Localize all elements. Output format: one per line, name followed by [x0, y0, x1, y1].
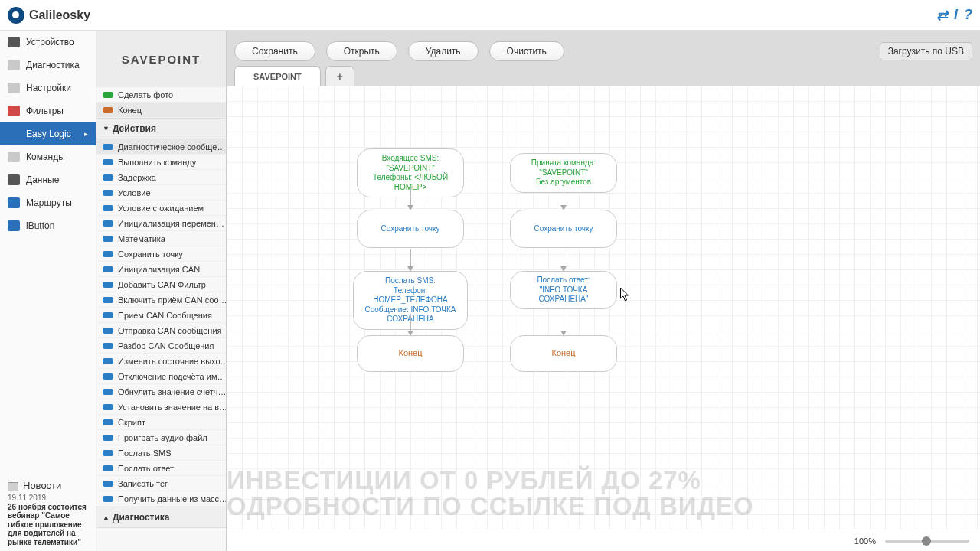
block-icon — [103, 343, 113, 349]
block-label: Условие — [118, 188, 151, 197]
node-right-end[interactable]: Конец — [510, 335, 617, 372]
palette-block[interactable]: Инициализация перемен… — [96, 216, 226, 231]
block-label: Сохранить точку — [118, 249, 183, 259]
tab-savepoint[interactable]: SAVEPOINT — [234, 66, 321, 86]
palette-block[interactable]: Инициализация CAN — [96, 262, 226, 277]
palette-block[interactable]: Математика — [96, 231, 226, 246]
palette-block[interactable]: Включить приём CAN соо… — [96, 292, 226, 308]
sidebar-icon — [8, 197, 20, 208]
palette-block[interactable]: Разбор CAN Сообщения — [96, 338, 226, 354]
block-icon — [103, 92, 113, 98]
palette-block[interactable]: Условие — [96, 185, 226, 201]
node-right-trigger[interactable]: Принята команда: "SAVEPOINT" Без аргумен… — [510, 153, 617, 193]
upload-usb-button[interactable]: Загрузить по USB — [880, 42, 972, 60]
palette-section-diagnostics[interactable]: ▲Диагностика — [96, 507, 226, 528]
palette-block[interactable]: Установить значение на в… — [96, 399, 226, 415]
sidebar-item-label: Устройство — [26, 37, 74, 47]
chevron-right-icon: ▸ — [84, 130, 88, 138]
sidebar-item-1[interactable]: Диагностика — [0, 54, 96, 77]
block-icon — [103, 389, 113, 395]
palette-block[interactable]: Диагностическое сообще… — [96, 139, 226, 155]
sidebar-item-2[interactable]: Настройки — [0, 77, 96, 99]
block-icon — [103, 373, 113, 380]
palette-block[interactable]: Добавить CAN Фильтр — [96, 277, 226, 292]
block-label: Установить значение на в… — [118, 403, 226, 412]
sidebar-item-3[interactable]: Фильтры — [0, 99, 96, 122]
block-icon — [103, 496, 113, 502]
block-palette: SAVEPOINT Сделать фотоКонец▼Действия Диа… — [96, 31, 227, 551]
block-icon — [103, 266, 113, 272]
palette-block[interactable]: Записать тег — [96, 476, 226, 491]
block-label: Послать SMS — [118, 448, 171, 458]
sidebar-item-7[interactable]: Маршруты — [0, 191, 96, 214]
sidebar-icon — [8, 106, 20, 116]
lang-icon[interactable]: ⇄ — [936, 7, 948, 24]
clear-button[interactable]: Очистить — [489, 41, 564, 61]
sidebar-icon — [8, 60, 20, 70]
save-button[interactable]: Сохранить — [234, 41, 315, 61]
zoom-label: 100% — [854, 536, 876, 546]
node-right-send[interactable]: Послать ответ: "INFO.ТОЧКА СОХРАНЕНА" — [510, 271, 617, 309]
flow-canvas[interactable]: Входящее SMS: "SAVEPOINT" Телефоны: <ЛЮБ… — [227, 86, 980, 530]
block-label: Конец — [118, 106, 142, 115]
sidebar-item-8[interactable]: iButton — [0, 214, 96, 237]
toolbar: Сохранить Открыть Удалить Очистить Загру… — [227, 31, 980, 61]
sidebar-item-5[interactable]: Команды — [0, 145, 96, 168]
sidebar-item-0[interactable]: Устройство — [0, 31, 96, 54]
sidebar-item-label: Данные — [26, 174, 59, 185]
palette-block[interactable]: Проиграть аудио файл — [96, 430, 226, 445]
palette-block[interactable]: Обнулить значение счетч… — [96, 384, 226, 399]
help-icon[interactable]: ? — [964, 7, 972, 24]
block-label: Задержка — [118, 173, 156, 182]
tab-add[interactable]: + — [325, 66, 354, 86]
sidebar-icon — [8, 174, 20, 185]
block-icon — [103, 107, 113, 113]
palette-title: SAVEPOINT — [96, 31, 226, 87]
palette-block[interactable]: Отключение подсчёта им… — [96, 369, 226, 384]
palette-block[interactable]: Условие с ожиданием — [96, 201, 226, 216]
palette-section-actions[interactable]: ▼Действия — [96, 118, 226, 139]
palette-block[interactable]: Выполнить команду — [96, 155, 226, 170]
palette-block[interactable]: Скрипт — [96, 415, 226, 430]
arrow — [564, 249, 564, 271]
block-icon — [103, 174, 113, 181]
node-left-save[interactable]: Сохранить точку — [357, 210, 464, 248]
zoom-knob[interactable] — [922, 536, 931, 546]
palette-block[interactable]: Отправка CAN сообщения — [96, 323, 226, 338]
info-icon[interactable]: i — [954, 7, 958, 24]
palette-block[interactable]: Сделать фото — [96, 87, 226, 103]
palette-block[interactable]: Конец — [96, 103, 226, 118]
news-header: Новости — [23, 481, 61, 492]
block-icon — [103, 435, 113, 441]
block-label: Обнулить значение счетч… — [118, 387, 226, 396]
palette-block[interactable]: Сохранить точку — [96, 246, 226, 262]
sidebar-item-label: Команды — [26, 152, 65, 162]
news-title: 26 ноября состоится вебинар "Самое гибко… — [8, 503, 90, 547]
palette-block[interactable]: Послать ответ — [96, 461, 226, 476]
cursor-icon — [620, 288, 630, 302]
palette-block[interactable]: Изменить состояние выхо… — [96, 354, 226, 369]
sidebar-item-label: Фильтры — [26, 106, 64, 116]
sidebar-icon — [8, 220, 20, 231]
node-left-end[interactable]: Конец — [357, 335, 464, 372]
brand-logo: Galileosky — [8, 7, 90, 24]
block-label: Включить приём CAN соо… — [118, 295, 226, 305]
open-button[interactable]: Открыть — [326, 41, 397, 61]
delete-button[interactable]: Удалить — [408, 41, 479, 61]
block-label: Добавить CAN Фильтр — [118, 280, 206, 289]
node-right-save[interactable]: Сохранить точку — [510, 210, 617, 248]
block-icon — [103, 144, 113, 150]
sidebar-item-6[interactable]: Данные — [0, 168, 96, 191]
block-icon — [103, 159, 113, 165]
block-icon — [103, 282, 113, 288]
news-date: 19.11.2019 — [8, 494, 90, 503]
palette-block[interactable]: Получить данные из масс… — [96, 491, 226, 507]
palette-block[interactable]: Послать SMS — [96, 445, 226, 461]
block-label: Разбор CAN Сообщения — [118, 341, 214, 350]
palette-block[interactable]: Задержка — [96, 170, 226, 185]
block-label: Скрипт — [118, 418, 145, 427]
sidebar-news[interactable]: Новости 19.11.2019 26 ноября состоится в… — [0, 476, 96, 551]
zoom-slider[interactable] — [885, 540, 969, 543]
sidebar-item-4[interactable]: Easy Logic▸ — [0, 122, 96, 145]
palette-block[interactable]: Прием CAN Сообщения — [96, 308, 226, 323]
